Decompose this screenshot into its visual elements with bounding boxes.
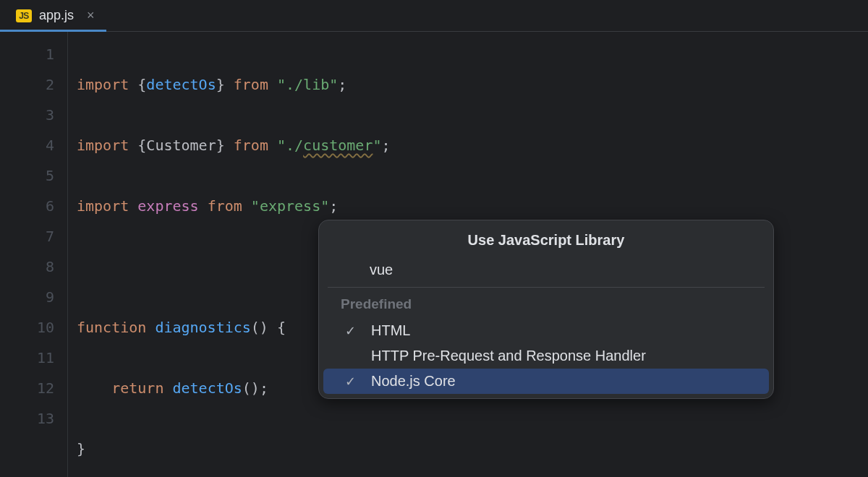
line-number: 7: [0, 221, 54, 252]
gutter: 1 2 3 4 5 6 7 8 9 10 11 12 13: [0, 32, 68, 477]
tab-title: app.js: [39, 8, 74, 23]
library-item-http-handler[interactable]: ✓ HTTP Pre-Request and Response Handler: [323, 343, 769, 369]
editor: 1 2 3 4 5 6 7 8 9 10 11 12 13 import {de…: [0, 32, 868, 477]
tab-app-js[interactable]: JS app.js ×: [9, 0, 102, 31]
tab-bar: JS app.js ×: [0, 0, 868, 32]
popup-title: Use JavaScript Library: [319, 220, 773, 259]
code-line: import express from "express";: [77, 191, 391, 221]
line-number: 8: [0, 252, 54, 282]
close-icon[interactable]: ×: [87, 8, 95, 23]
check-icon: ✓: [345, 374, 371, 390]
line-number: 5: [0, 160, 54, 191]
use-js-library-popup: Use JavaScript Library vue Predefined ✓ …: [318, 220, 774, 399]
line-number: 1: [0, 39, 54, 69]
line-number: 3: [0, 100, 54, 130]
library-item-html[interactable]: ✓ HTML: [323, 318, 769, 343]
line-number: 2: [0, 69, 54, 100]
line-number: 12: [0, 373, 54, 403]
line-number: 10: [0, 312, 54, 343]
separator: [328, 287, 765, 288]
line-number: 11: [0, 343, 54, 373]
library-item-label: Node.js Core: [371, 373, 456, 390]
library-item-label: HTTP Pre-Request and Response Handler: [371, 348, 646, 364]
line-number: 6: [0, 191, 54, 221]
section-header: Predefined: [319, 295, 773, 318]
line-number: 9: [0, 282, 54, 312]
code-line: import {detectOs} from "./lib";: [77, 69, 391, 100]
check-icon: ✓: [345, 348, 371, 364]
library-search-input[interactable]: vue: [319, 259, 773, 287]
library-item-label: HTML: [371, 322, 410, 339]
line-number: 4: [0, 130, 54, 160]
js-file-icon: JS: [16, 9, 32, 22]
library-item-nodejs-core[interactable]: ✓ Node.js Core: [323, 369, 769, 394]
code-line: }: [77, 434, 391, 464]
code-line: import {Customer} from "./customer";: [77, 130, 391, 160]
line-number: 13: [0, 403, 54, 434]
check-icon: ✓: [345, 323, 371, 339]
